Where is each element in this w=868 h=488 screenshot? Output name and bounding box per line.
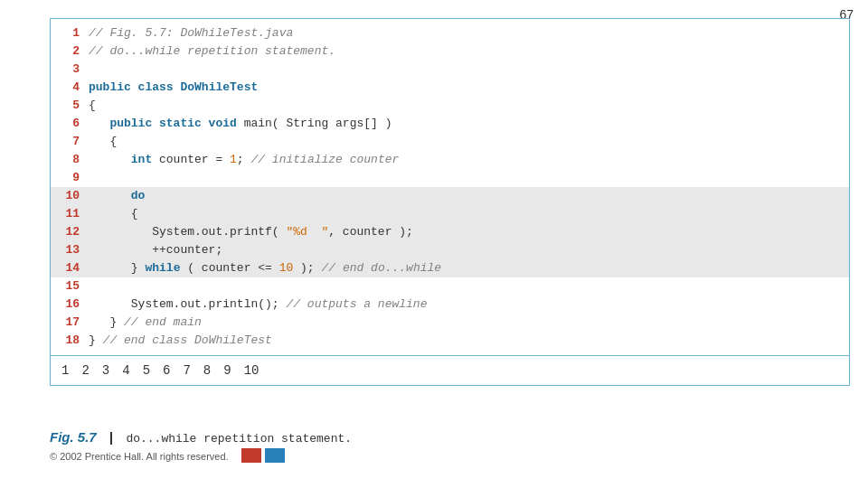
code-line: 7 { <box>51 133 849 151</box>
code-area: 1// Fig. 5.7: DoWhileTest.java2// do...w… <box>51 19 849 355</box>
code-line: 9 <box>51 169 849 187</box>
copyright-text: © 2002 Prentice Hall. All rights reserve… <box>50 451 229 462</box>
line-number: 9 <box>51 169 89 187</box>
code-container: 1// Fig. 5.7: DoWhileTest.java2// do...w… <box>50 18 850 386</box>
line-content: do <box>89 187 849 205</box>
output-number: 9 <box>223 363 231 378</box>
line-content <box>89 277 849 296</box>
line-content: System.out.println(); // outputs a newli… <box>89 296 849 314</box>
caption-description: do...while repetition statement. <box>126 432 352 446</box>
output-number: 2 <box>81 363 89 378</box>
line-content: } // end class DoWhileTest <box>89 332 849 350</box>
code-line: 8 int counter = 1; // initialize counter <box>51 151 849 169</box>
code-line: 16 System.out.println(); // outputs a ne… <box>51 296 849 314</box>
code-line: 11 { <box>51 205 849 223</box>
line-content: System.out.printf( "%d ", counter ); <box>89 223 849 241</box>
code-line: 4public class DoWhileTest <box>51 79 849 97</box>
line-number: 12 <box>51 223 89 241</box>
line-number: 11 <box>51 205 89 223</box>
code-line: 15 <box>51 277 849 296</box>
code-line: 2// do...while repetition statement. <box>51 42 849 61</box>
line-number: 3 <box>51 61 89 79</box>
line-number: 14 <box>51 259 89 277</box>
line-content: int counter = 1; // initialize counter <box>89 151 849 169</box>
prev-button[interactable] <box>241 448 261 463</box>
caption-area: Fig. 5.7 do...while repetition statement… <box>50 429 850 463</box>
line-number: 15 <box>51 277 89 296</box>
caption-divider <box>110 432 112 445</box>
caption-line: Fig. 5.7 do...while repetition statement… <box>50 429 850 446</box>
line-content: public class DoWhileTest <box>89 79 849 97</box>
line-number: 13 <box>51 241 89 259</box>
code-line: 13 ++counter; <box>51 241 849 259</box>
line-number: 2 <box>51 42 89 61</box>
line-number: 17 <box>51 314 89 332</box>
next-button[interactable] <box>265 448 285 463</box>
code-line: 1// Fig. 5.7: DoWhileTest.java <box>51 24 849 42</box>
code-line: 5{ <box>51 97 849 115</box>
code-line: 12 System.out.printf( "%d ", counter ); <box>51 223 849 241</box>
line-number: 16 <box>51 296 89 314</box>
output-number: 10 <box>244 363 259 378</box>
line-number: 8 <box>51 151 89 169</box>
line-content: { <box>89 97 849 115</box>
line-content: } while ( counter <= 10 ); // end do...w… <box>89 259 849 277</box>
nav-buttons <box>241 448 285 463</box>
copyright-line: © 2002 Prentice Hall. All rights reserve… <box>50 448 850 463</box>
output-number: 1 <box>61 363 69 378</box>
output-number: 4 <box>122 363 129 378</box>
line-content: { <box>89 133 849 151</box>
output-number: 6 <box>163 363 170 378</box>
code-line: 3 <box>51 61 849 79</box>
line-content <box>89 169 849 187</box>
code-line: 14 } while ( counter <= 10 ); // end do.… <box>51 259 849 277</box>
output-row: 12345678910 <box>51 355 849 385</box>
code-line: 17 } // end main <box>51 314 849 332</box>
output-number: 7 <box>183 363 190 378</box>
line-content: public static void main( String args[] ) <box>89 115 849 133</box>
fig-label: Fig. 5.7 <box>50 429 97 445</box>
line-content: { <box>89 205 849 223</box>
line-number: 18 <box>51 332 89 350</box>
output-number: 8 <box>203 363 211 378</box>
line-number: 10 <box>51 187 89 205</box>
line-content: // do...while repetition statement. <box>89 42 849 61</box>
code-line: 10 do <box>51 187 849 205</box>
line-number: 7 <box>51 133 89 151</box>
line-content: ++counter; <box>89 241 849 259</box>
line-number: 1 <box>51 24 89 42</box>
line-content: // Fig. 5.7: DoWhileTest.java <box>89 24 849 42</box>
line-number: 4 <box>51 79 89 97</box>
line-content: } // end main <box>89 314 849 332</box>
line-content <box>89 61 849 79</box>
code-line: 6 public static void main( String args[]… <box>51 115 849 133</box>
output-number: 3 <box>102 363 109 378</box>
line-number: 5 <box>51 97 89 115</box>
output-number: 5 <box>143 363 150 378</box>
code-line: 18} // end class DoWhileTest <box>51 332 849 350</box>
line-number: 6 <box>51 115 89 133</box>
